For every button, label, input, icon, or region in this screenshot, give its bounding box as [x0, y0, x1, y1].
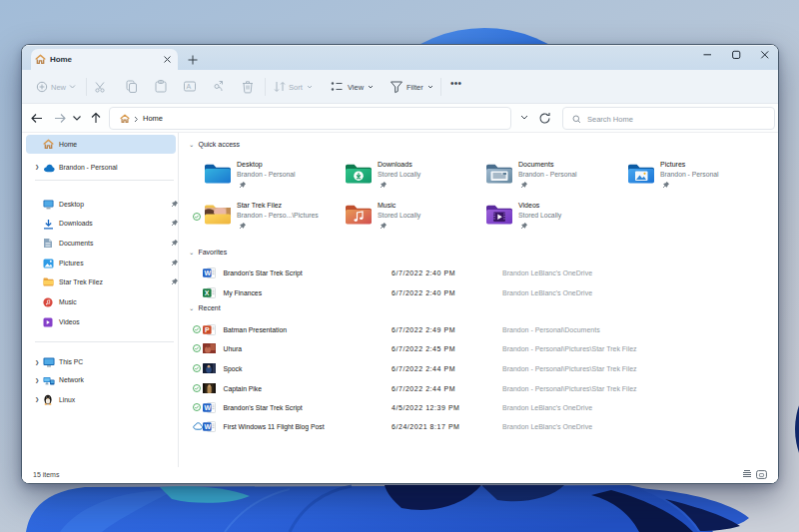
svg-text:A: A: [187, 83, 192, 90]
svg-text:W: W: [205, 403, 212, 410]
svg-text:P: P: [205, 326, 210, 333]
svg-text:W: W: [205, 423, 212, 430]
svg-text:New: New: [51, 83, 67, 92]
svg-text:X: X: [205, 288, 210, 295]
svg-text:W: W: [205, 269, 212, 276]
